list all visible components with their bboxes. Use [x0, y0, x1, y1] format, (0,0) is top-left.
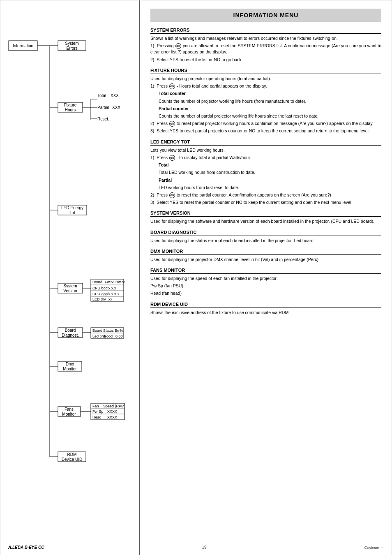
- svg-text:Fixture: Fixture: [64, 103, 77, 107]
- svg-text:Hours: Hours: [65, 108, 76, 112]
- menu-title: INFORMATION MENU: [150, 9, 381, 22]
- svg-text:Version: Version: [63, 289, 77, 293]
- svg-text:Reset...: Reset...: [97, 117, 111, 121]
- svg-text:PwrSp: PwrSp: [92, 409, 104, 414]
- svg-text:Board: Board: [92, 328, 102, 333]
- svg-text:Diagnost.: Diagnost.: [62, 333, 79, 338]
- svg-text:LED drv: LED drv: [92, 297, 106, 301]
- section-body-fans-monitor: Used for displaying the speed of each fa…: [150, 275, 381, 297]
- left-panel: Information System Errors Fixture Hours: [0, 0, 140, 555]
- svg-text:Board: Board: [92, 280, 102, 284]
- section-title-system-errors: SYSTEM ERRORS: [150, 28, 381, 34]
- section-body-system-errors: Shows a list of warnings and messages re…: [150, 35, 381, 63]
- section-title-system-version: SYSTEM VERSION: [150, 210, 381, 217]
- svg-text:Partial: Partial: [97, 105, 109, 110]
- svg-text:XXX: XXX: [111, 93, 119, 98]
- section-body-rdm-device: Shows the exclusive address of the fixtu…: [150, 310, 381, 316]
- page-number: 19: [202, 545, 206, 550]
- svg-text:Information: Information: [13, 44, 33, 48]
- svg-text:Board: Board: [65, 328, 76, 333]
- svg-text:Monitor: Monitor: [62, 412, 76, 416]
- section-title-board-diagnostic: BOARD DIAGNOSTIC: [150, 230, 381, 236]
- svg-text:Monitor: Monitor: [63, 367, 77, 371]
- svg-text:Good: Good: [104, 334, 113, 338]
- section-title-fixture-hours: FIXTURE HOURS: [150, 68, 381, 74]
- svg-text:x.x.x: x.x.x: [108, 286, 116, 290]
- svg-text:Dmx: Dmx: [66, 362, 74, 366]
- svg-text:Fans: Fans: [65, 407, 74, 412]
- svg-text:RDM: RDM: [67, 452, 77, 457]
- section-title-dmx-monitor: DMX MONITOR: [150, 249, 381, 255]
- svg-text:System: System: [63, 284, 77, 288]
- svg-text:0.00: 0.00: [115, 334, 123, 338]
- section-title-fans-monitor: FANS MONITOR: [150, 268, 381, 274]
- svg-text:Head: Head: [92, 415, 101, 419]
- svg-text:CPU boot: CPU boot: [92, 286, 109, 290]
- section-body-fixture-hours: Used for displaying projector operating …: [150, 76, 381, 134]
- section-body-dmx-monitor: Used for displaying the projector DMX ch…: [150, 257, 381, 263]
- section-body-system-version: Used for displaying the software and har…: [150, 218, 381, 224]
- section-body-board-diagnostic: Used for displaying the status error of …: [150, 238, 381, 244]
- right-panel: INFORMATION MENU SYSTEM ERRORS Shows a l…: [140, 0, 392, 555]
- section-body-led-energy: Lets you view total LED working hours. 1…: [150, 147, 381, 206]
- svg-text:Led brd: Led brd: [92, 334, 105, 338]
- svg-text:XXX: XXX: [112, 105, 120, 110]
- svg-text:Fw.rv: Fw.rv: [105, 280, 114, 284]
- tree-diagram: Information System Errors Fixture Hours: [5, 9, 128, 527]
- svg-text:Status: Status: [103, 328, 114, 333]
- svg-text:Device UID: Device UID: [62, 457, 83, 462]
- brand-label: A.LEDA B-EYE CC: [8, 545, 44, 550]
- svg-text:Err%: Err%: [115, 328, 123, 333]
- svg-text:Total: Total: [97, 93, 106, 98]
- svg-text:Tot: Tot: [69, 210, 75, 215]
- svg-text:LED Energy: LED Energy: [61, 206, 83, 210]
- svg-text:System: System: [65, 41, 78, 46]
- svg-text:Fan: Fan: [92, 404, 99, 408]
- page-footer: A.LEDA B-EYE CC 19 Continue →: [0, 545, 392, 550]
- svg-text:XXXX: XXXX: [107, 415, 117, 419]
- section-title-led-energy: LED ENERGY TOT: [150, 139, 381, 146]
- section-title-rdm-device: RDM DEVICE UID: [150, 302, 381, 308]
- svg-text:Hw.rv.: Hw.rv.: [115, 280, 125, 284]
- svg-text:x.x.x: x.x.x: [108, 292, 116, 296]
- svg-text:CPU Appl: CPU Appl: [92, 292, 108, 296]
- svg-text:XXXX: XXXX: [107, 409, 117, 414]
- svg-text:Speed (RPM): Speed (RPM): [103, 404, 126, 408]
- continue-label: Continue →: [364, 546, 384, 550]
- svg-text:Errors: Errors: [66, 46, 77, 51]
- svg-text:x: x: [118, 292, 120, 296]
- svg-text:xx: xx: [108, 297, 113, 301]
